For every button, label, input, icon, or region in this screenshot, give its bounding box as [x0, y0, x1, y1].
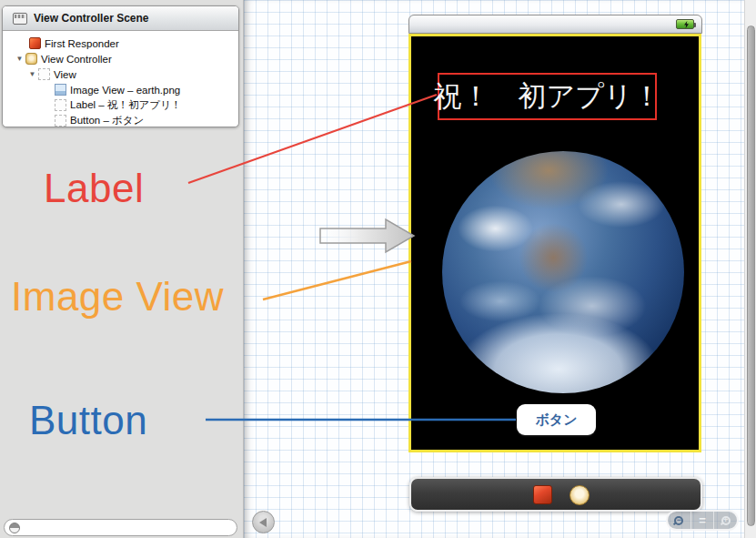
outline-item-view[interactable]: ▼ View	[3, 66, 238, 82]
zoom-in-button[interactable]: +	[713, 512, 737, 529]
button-icon	[55, 115, 66, 127]
label-annotation-text: Label	[44, 166, 144, 211]
dock-view-controller-icon[interactable]	[570, 485, 590, 505]
interface-builder-window: View Controller Scene First Responder ▼ …	[0, 0, 756, 538]
outline-toggle-button[interactable]	[252, 511, 275, 533]
zoom-out-icon: −	[674, 516, 683, 525]
vertical-scrollbar-track[interactable]	[744, 0, 756, 538]
first-responder-icon	[29, 37, 41, 49]
battery-icon	[676, 19, 694, 29]
selected-label[interactable]: 祝！ 初アプリ！	[438, 73, 657, 120]
outline-tree: First Responder ▼ View Controller ▼ View…	[3, 31, 238, 127]
scene-titlebar[interactable]	[408, 15, 702, 34]
disclosure-triangle-icon[interactable]: ▼	[14, 55, 25, 63]
zoom-out-button[interactable]: −	[668, 512, 690, 529]
scene-outline-panel: View Controller Scene First Responder ▼ …	[2, 5, 239, 127]
scene-panel-title: View Controller Scene	[34, 12, 149, 25]
scene-dock	[409, 477, 702, 512]
earth-image-view[interactable]	[442, 151, 684, 393]
scene-panel-header: View Controller Scene	[3, 6, 238, 31]
outline-item-image-view[interactable]: Image View – earth.png	[3, 82, 238, 97]
zoom-controls: − = +	[666, 510, 739, 531]
chevron-left-icon	[259, 518, 267, 527]
view-icon	[38, 68, 50, 80]
zoom-actual-icon: =	[699, 513, 706, 527]
image-view-annotation-text: Image View	[11, 274, 224, 320]
outline-item-view-controller[interactable]: ▼ View Controller	[3, 51, 238, 66]
image-view-icon	[55, 84, 66, 96]
view-controller-icon	[25, 53, 37, 65]
disclosure-triangle-icon[interactable]: ▼	[26, 70, 38, 78]
lightning-icon	[683, 21, 690, 28]
outline-item-first-responder[interactable]: First Responder	[3, 36, 238, 51]
dock-first-responder-icon[interactable]	[533, 485, 552, 504]
scene-icon	[13, 13, 27, 25]
button-annotation-text: Button	[29, 398, 147, 443]
zoom-actual-size-button[interactable]: =	[690, 512, 714, 529]
outline-item-label[interactable]: Label – 祝！初アプリ！	[3, 97, 238, 113]
scene-button[interactable]: ボタン	[517, 404, 596, 435]
zoom-in-icon: +	[721, 516, 731, 525]
vertical-scrollbar-thumb[interactable]	[747, 25, 755, 526]
filter-field[interactable]	[4, 519, 237, 536]
filter-icon	[9, 523, 20, 533]
label-icon	[55, 99, 66, 111]
outline-item-button[interactable]: Button – ボタン	[3, 113, 238, 127]
